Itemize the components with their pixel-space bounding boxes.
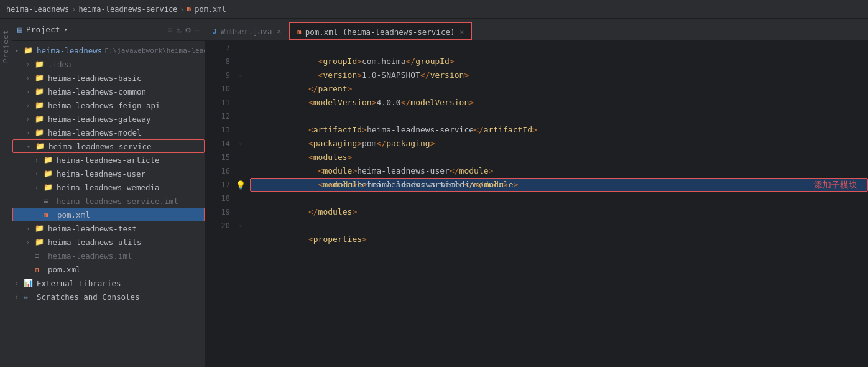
hide-icon[interactable]: − — [195, 25, 200, 35]
settings-icon[interactable]: ⚙ — [185, 25, 190, 35]
tab-wmuser[interactable]: J WmUser.java ✕ — [205, 22, 289, 40]
arrow-scratches: › — [15, 294, 24, 300]
ln-17: 17 — [205, 178, 230, 192]
tree-item-article[interactable]: › 📁 heima-leadnews-article — [12, 153, 205, 167]
tree-item-root-pom[interactable]: m pom.xml — [12, 262, 205, 276]
tree-item-model[interactable]: › 📁 heima-leadnews-model — [12, 126, 205, 139]
ln-15: 15 — [205, 151, 230, 164]
gutter-9-fold[interactable]: ◦ — [235, 68, 246, 82]
tab-wmuser-close[interactable]: ✕ — [277, 27, 281, 35]
tree-item-pom-service[interactable]: m pom.xml — [12, 208, 205, 221]
folder-icon-article: 📁 — [44, 156, 55, 164]
arrow-ext-libs: › — [15, 280, 24, 287]
ext-libs-icon: 📊 — [24, 279, 35, 287]
arrow-basic: › — [26, 75, 35, 81]
gutter-11 — [235, 96, 246, 109]
ln-16: 16 — [205, 164, 230, 178]
arrow-utils: › — [26, 239, 35, 246]
tree-item-root-iml[interactable]: ≡ heima-leadnews.iml — [12, 249, 205, 262]
tree-item-common[interactable]: › 📁 heima-leadnews-common — [12, 85, 205, 98]
arrow-gateway: › — [26, 116, 35, 123]
folder-icon-utils: 📁 — [35, 238, 46, 246]
tree-item-utils[interactable]: › 📁 heima-leadnews-utils — [12, 235, 205, 249]
code-line-12: <artifactId>heima-leadnews-service</arti… — [250, 109, 868, 123]
xml-icon-pom-service: m — [44, 211, 55, 219]
arrow-user: › — [35, 170, 44, 177]
label-wemedia: heima-leadnews-wemedia — [57, 183, 160, 192]
label-root-iml: heima-leadnews.iml — [48, 251, 132, 261]
tree-item-idea[interactable]: › 📁 .idea — [12, 57, 205, 71]
ln-18: 18 — [205, 192, 230, 205]
side-strip: Project — [0, 19, 12, 367]
collapse-all-icon[interactable]: ≡ — [167, 25, 172, 35]
ln-19: 19 — [205, 205, 230, 219]
gutter-20-fold[interactable]: ◦ — [235, 219, 246, 233]
gutter-16 — [235, 164, 246, 178]
breadcrumb-part-3: pom.xml — [195, 5, 226, 14]
path-root: F:\javawebwork\heima-leadnews — [104, 47, 205, 55]
project-folder-icon: ▤ — [17, 25, 22, 34]
folder-icon-common: 📁 — [35, 87, 46, 96]
arrow-test: › — [26, 225, 35, 232]
arrow-model: › — [26, 129, 35, 136]
tree-item-service[interactable]: ▾ 📁 heima-leadnews-service — [12, 139, 205, 153]
tree-item-root[interactable]: ▾ 📁 heima-leadnews F:\javawebwork\heima-… — [12, 44, 205, 57]
tree-item-service-iml[interactable]: ≡ heima-leadnews-service.iml — [12, 194, 205, 208]
xml-breadcrumb-icon: m — [187, 5, 192, 13]
editor-content: 7 8 9 10 11 12 13 14 15 16 17 18 19 20 ◦ — [205, 41, 868, 367]
ln-7: 7 — [205, 41, 230, 55]
ln-12: 12 — [205, 109, 230, 123]
tree-item-ext-libs[interactable]: › 📊 External Libraries — [12, 276, 205, 290]
folder-icon-service: 📁 — [35, 142, 47, 151]
gutter-19 — [235, 205, 246, 219]
iml-icon-root: ≡ — [35, 251, 46, 260]
label-article: heima-leadnews-article — [57, 156, 160, 165]
gutter-17-bulb[interactable]: 💡 — [235, 178, 246, 192]
label-scratches: Scratches and Consoles — [37, 292, 140, 302]
breadcrumb-sep-2: › — [180, 5, 184, 14]
gutter-14-fold[interactable]: ◦ — [235, 137, 246, 151]
project-side-label[interactable]: Project — [2, 30, 10, 63]
folder-icon-wemedia: 📁 — [44, 183, 55, 192]
label-pom-service: pom.xml — [57, 210, 90, 220]
arrow-service: ▾ — [27, 143, 35, 150]
tree-item-wemedia[interactable]: › 📁 heima-leadnews-wemedia — [12, 180, 205, 194]
label-root-pom: pom.xml — [48, 265, 81, 274]
tree-item-basic[interactable]: › 📁 heima-leadnews-basic — [12, 71, 205, 85]
title-bar: heima-leadnews › heima-leadnews-service … — [0, 0, 868, 19]
project-dropdown-icon[interactable]: ▾ — [64, 26, 68, 33]
tab-pom[interactable]: m pom.xml (heima-leadnews-service) ✕ — [289, 22, 472, 40]
folder-icon-model: 📁 — [35, 128, 46, 137]
folder-icon-test: 📁 — [35, 224, 46, 233]
breadcrumb: heima-leadnews › heima-leadnews-service … — [6, 5, 226, 14]
iml-icon-service: ≡ — [44, 197, 55, 205]
ln-20: 20 — [205, 219, 230, 233]
label-service: heima-leadnews-service — [48, 142, 152, 151]
tree-item-scratches[interactable]: › ✏ Scratches and Consoles — [12, 290, 205, 304]
project-actions: ≡ ⇅ ⚙ − — [167, 25, 200, 35]
tree-item-feign[interactable]: › 📁 heima-leadnews-feign-api — [12, 98, 205, 112]
label-basic: heima-leadnews-basic — [48, 73, 142, 83]
scratches-icon: ✏ — [24, 292, 35, 301]
ln-11: 11 — [205, 96, 230, 109]
expand-icon[interactable]: ⇅ — [177, 25, 182, 35]
folder-icon-basic: 📁 — [35, 73, 46, 82]
label-service-iml: heima-leadnews-service.iml — [57, 197, 178, 206]
ln-14: 14 — [205, 137, 230, 151]
gutter-15 — [235, 151, 246, 164]
label-gateway: heima-leadnews-gateway — [48, 114, 151, 124]
tab-pom-close[interactable]: ✕ — [460, 28, 464, 36]
tree-item-user[interactable]: › 📁 heima-leadnews-user — [12, 167, 205, 180]
xml-tab-icon: m — [297, 28, 302, 36]
tree-item-gateway[interactable]: › 📁 heima-leadnews-gateway — [12, 112, 205, 126]
gutter-18 — [235, 192, 246, 205]
folder-icon-root: 📁 — [24, 46, 35, 55]
tree-item-test[interactable]: › 📁 heima-leadnews-test — [12, 221, 205, 235]
code-line-7: <groupId>com.heima</groupId> — [250, 41, 868, 55]
folder-icon-feign: 📁 — [35, 101, 46, 109]
line-numbers: 7 8 9 10 11 12 13 14 15 16 17 18 19 20 — [205, 41, 235, 367]
ln-10: 10 — [205, 82, 230, 96]
editor-area: J WmUser.java ✕ m pom.xml (heima-leadnew… — [205, 19, 868, 367]
breadcrumb-part-2[interactable]: heima-leadnews-service — [78, 5, 177, 14]
breadcrumb-part-1[interactable]: heima-leadnews — [6, 5, 69, 14]
